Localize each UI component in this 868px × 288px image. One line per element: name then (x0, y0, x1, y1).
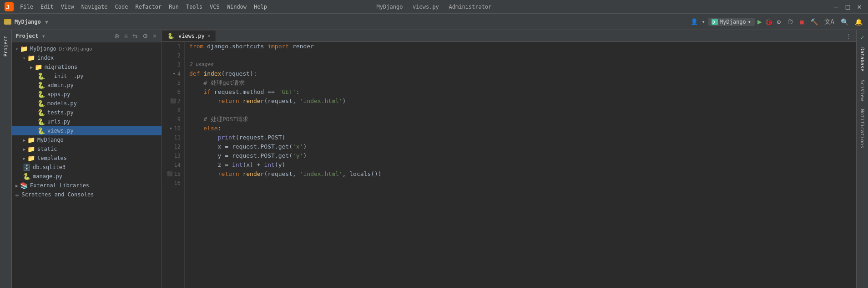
menu-help[interactable]: Help (251, 3, 270, 11)
apps-label: apps.py (47, 91, 71, 98)
svg-text:J: J (6, 4, 10, 10)
stop-button[interactable]: ■ (798, 17, 805, 26)
fold-icon-4[interactable]: ▾ (173, 69, 176, 78)
search-button[interactable]: 🔍 (839, 17, 850, 26)
tab-close-button[interactable]: × (207, 33, 211, 39)
tree-item-manage[interactable]: 🐍 manage.py (12, 172, 161, 181)
profile-button[interactable]: ⏱ (785, 17, 795, 26)
menu-view[interactable]: View (58, 3, 77, 11)
window-title: MyDjango - views.py - Administrator (377, 4, 492, 10)
line-num-1: 1 (166, 42, 181, 51)
maximize-button[interactable]: □ (844, 2, 852, 11)
line-num-6: 6 (166, 87, 181, 97)
debug-button[interactable]: 🐞 (765, 18, 772, 26)
project-panel-dropdown[interactable]: ▾ (40, 32, 47, 40)
tree-item-admin[interactable]: 🐍 admin.py (12, 81, 161, 90)
code-line-13: y = request.POST.get('y') (189, 151, 856, 160)
coverage-button[interactable]: ⚙ (775, 17, 782, 26)
menu-file[interactable]: File (17, 3, 36, 11)
editor-tabs-more-button[interactable]: ⋮ (841, 30, 856, 41)
usages-hint: 2 usages (189, 60, 213, 69)
static-label: static (37, 146, 57, 152)
tree-item-external-libs[interactable]: ▶ 📚 External Libraries (12, 181, 161, 190)
manage-py-icon: 🐍 (23, 173, 30, 180)
menu-bar: File Edit View Navigate Code Refactor Ru… (17, 3, 270, 11)
notifications-button[interactable]: 🔔 (853, 17, 864, 26)
code-line-1: from django.shortcuts import render (189, 42, 856, 51)
tree-item-scratches[interactable]: ✏️ Scratches and Consoles (12, 190, 161, 199)
run-button[interactable]: ▶ (757, 17, 762, 26)
tree-item-migrations[interactable]: ▶ 📁 migrations (12, 62, 161, 72)
app-layout: Project Project ▾ ⊕ ≡ ⇆ ⚙ × ▾ 📁 MyDjango… (0, 30, 868, 288)
user-account-button[interactable]: 👤 ▾ (691, 18, 705, 25)
menu-window[interactable]: Window (224, 3, 249, 11)
tree-item-urls[interactable]: 🐍 urls.py (12, 117, 161, 126)
tree-item-index[interactable]: ▾ 📁 index (12, 53, 161, 62)
line-num-3: 3 (166, 60, 181, 69)
models-label: models.py (47, 100, 77, 107)
code-line-12: x = request.POST.get('x') (189, 142, 856, 151)
menu-refactor[interactable]: Refactor (132, 3, 164, 11)
code-line-7: return render(request, 'index.html') (189, 97, 856, 106)
project-dropdown-button[interactable]: ▾ (44, 18, 50, 26)
code-line-9: # 处理POST请求 (189, 115, 856, 124)
scratches-label: Scratches and Consoles (21, 191, 94, 198)
tree-item-root[interactable]: ▾ 📁 MyDjango D:\MyDjango (12, 44, 161, 53)
menu-code[interactable]: Code (112, 3, 131, 11)
line-num-4: ▾ 4 (166, 69, 181, 78)
tree-item-apps[interactable]: 🐍 apps.py (12, 90, 161, 99)
line-num-9: 9 (166, 115, 181, 124)
tree-item-static[interactable]: ▶ 📁 static (12, 144, 161, 154)
sidebar-tab-project[interactable]: Project (1, 32, 10, 60)
project-collapse-button[interactable]: ⇆ (131, 32, 139, 40)
menu-tools[interactable]: Tools (183, 3, 205, 11)
line-num-16: 16 (166, 179, 181, 188)
line-num-12: 12 (166, 142, 181, 151)
close-button[interactable]: ✕ (855, 2, 863, 11)
project-panel: Project ▾ ⊕ ≡ ⇆ ⚙ × ▾ 📁 MyDjango D:\MyDj… (12, 30, 162, 288)
code-line-6: if request.method == 'GET': (189, 87, 856, 97)
tree-item-views[interactable]: 🐍 views.py (12, 126, 161, 135)
scratches-icon: ✏️ (15, 191, 19, 198)
project-sort-button[interactable]: ≡ (123, 32, 129, 40)
menu-run[interactable]: Run (166, 3, 182, 11)
editor-tab-views[interactable]: 🐍 views.py × (162, 31, 216, 41)
line-num-7: ⬛ 7 (166, 97, 181, 106)
editor-area: 🐍 views.py × ⋮ 1 2 3 ▾ 4 5 6 ⬛ 7 (162, 30, 856, 288)
translate-button[interactable]: 文A (823, 17, 836, 27)
main-toolbar: MyDjango ▾ 👤 ▾ D MyDjango ▾ ▶ 🐞 ⚙ ⏱ ■ 🔨 … (0, 14, 868, 30)
right-tab-sciview[interactable]: SciView (858, 76, 867, 104)
left-sidebar-tabs: Project (0, 30, 12, 288)
code-content[interactable]: from django.shortcuts import render 2 us… (185, 42, 856, 288)
gutter-icon-7: ⬛ (170, 97, 176, 106)
tree-item-mydjango-sub[interactable]: ▶ 📁 MyDjango (12, 135, 161, 144)
tree-item-templates[interactable]: ▶ 📁 templates (12, 154, 161, 163)
menu-vcs[interactable]: VCS (207, 3, 222, 11)
project-panel-header: Project ▾ ⊕ ≡ ⇆ ⚙ × (12, 30, 161, 42)
menu-edit[interactable]: Edit (38, 3, 56, 11)
right-tab-notifications[interactable]: Notifications (858, 105, 867, 152)
line-num-10: ▾ 10 (166, 124, 181, 133)
code-line-14: z = int(x) + int(y) (189, 160, 856, 170)
project-add-button[interactable]: ⊕ (113, 32, 121, 40)
migrations-label: migrations (45, 64, 77, 70)
tree-item-db[interactable]: 🗄️ db.sqlite3 (12, 163, 161, 172)
code-line-10: else: (189, 124, 856, 133)
static-arrow-icon: ▶ (23, 147, 25, 152)
right-tab-database[interactable]: Database (858, 44, 867, 75)
line-num-5: 5 (166, 78, 181, 87)
index-label: index (37, 55, 54, 61)
tree-item-models[interactable]: 🐍 models.py (12, 99, 161, 108)
init-py-icon: 🐍 (37, 72, 45, 80)
tree-item-init[interactable]: 🐍 __init__.py (12, 72, 161, 81)
fold-icon-10[interactable]: ▾ (170, 124, 172, 133)
minimize-button[interactable]: — (832, 2, 840, 11)
ext-libs-label: External Libraries (30, 182, 89, 189)
admin-py-icon: 🐍 (37, 82, 45, 89)
tree-item-tests[interactable]: 🐍 tests.py (12, 108, 161, 117)
project-close-button[interactable]: × (151, 32, 158, 40)
menu-navigate[interactable]: Navigate (79, 3, 111, 11)
build-button[interactable]: 🔨 (808, 17, 820, 26)
ext-libs-arrow-icon: ▶ (15, 183, 18, 188)
project-settings-button[interactable]: ⚙ (141, 32, 150, 40)
